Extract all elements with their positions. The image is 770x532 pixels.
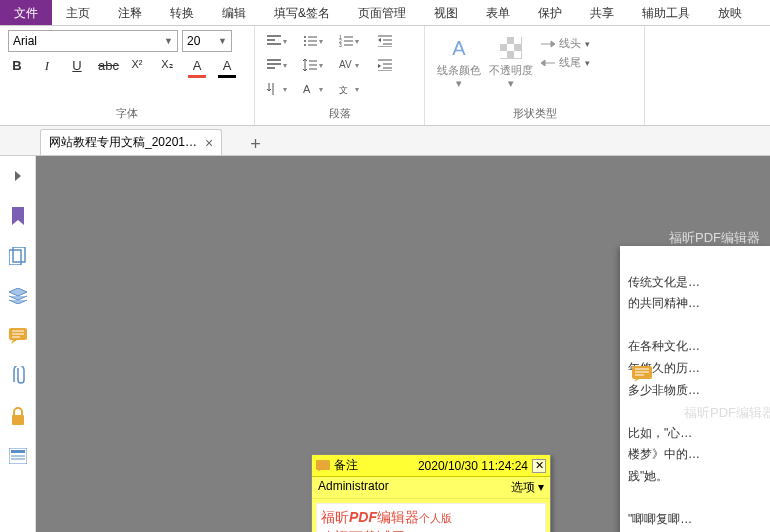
note-author: Administrator: [318, 479, 389, 496]
strikethrough-button[interactable]: abc: [98, 58, 116, 76]
page-text: "唧唧复唧…: [628, 509, 770, 531]
page-text: 多少非物质…: [628, 380, 770, 402]
note-icon: [316, 460, 330, 472]
document-tab[interactable]: 网站教程专用文稿_20201… ×: [40, 129, 222, 155]
note-popup[interactable]: 备注 2020/10/30 11:24:24 ✕ Administrator 选…: [311, 454, 551, 532]
svg-rect-13: [500, 51, 507, 58]
document-canvas[interactable]: 福昕PDF编辑器 传统文化是… 的共同精神… 在各种文化… 年悠久的历… 多少非…: [36, 156, 770, 532]
tab-close-button[interactable]: ×: [205, 135, 213, 151]
svg-rect-18: [12, 415, 24, 425]
align-vertical-button[interactable]: ▾: [263, 54, 291, 76]
chevron-down-icon: ▼: [218, 36, 227, 46]
expand-panel-button[interactable]: [8, 166, 28, 186]
increase-indent-button[interactable]: [371, 54, 399, 76]
char-spacing-button[interactable]: AV▾: [335, 54, 363, 76]
font-name-value: Arial: [13, 34, 37, 48]
note-header[interactable]: 备注 2020/10/30 11:24:24 ✕: [312, 455, 550, 477]
svg-text:文: 文: [339, 85, 348, 95]
svg-point-0: [304, 36, 306, 38]
menu-edit[interactable]: 编辑: [208, 0, 260, 25]
menu-comment[interactable]: 注释: [104, 0, 156, 25]
svg-point-2: [304, 44, 306, 46]
note-subheader: Administrator 选项 ▾: [312, 477, 550, 499]
menu-bar: 文件 主页 注释 转换 编辑 填写&签名 页面管理 视图 表单 保护 共享 辅助…: [0, 0, 770, 26]
font-name-select[interactable]: Arial ▼: [8, 30, 178, 52]
line-spacing-button[interactable]: ▾: [299, 54, 327, 76]
note-close-button[interactable]: ✕: [532, 459, 546, 473]
ribbon-group-label-paragraph: 段落: [263, 106, 416, 123]
document-tab-bar: 网站教程专用文稿_20201… × +: [0, 126, 770, 156]
pdf-page: 福昕PDF编辑器 传统文化是… 的共同精神… 在各种文化… 年悠久的历… 多少非…: [620, 246, 770, 532]
font-size-value: 20: [187, 34, 200, 48]
watermark-text: 福昕PDF编辑器: [669, 226, 760, 249]
char-scale-button[interactable]: A▾: [299, 78, 327, 100]
tab-add-button[interactable]: +: [242, 134, 269, 155]
highlight-color-button[interactable]: A: [218, 58, 236, 76]
bold-button[interactable]: B: [8, 58, 26, 76]
writing-mode-button[interactable]: 文▾: [335, 78, 363, 100]
checkerboard-icon: [497, 34, 525, 62]
svg-text:AV: AV: [339, 59, 352, 70]
menu-convert[interactable]: 转换: [156, 0, 208, 25]
layers-panel-icon[interactable]: [8, 286, 28, 306]
number-list-button[interactable]: 123▾: [335, 30, 363, 52]
menu-pagemgmt[interactable]: 页面管理: [344, 0, 420, 25]
subscript-button[interactable]: X₂: [158, 58, 176, 76]
svg-text:A: A: [303, 83, 311, 95]
superscript-button[interactable]: X²: [128, 58, 146, 76]
comment-marker-icon[interactable]: [632, 366, 652, 382]
line-color-label: 线条颜色 ▾: [437, 64, 481, 90]
menu-protect[interactable]: 保护: [524, 0, 576, 25]
menu-share[interactable]: 共享: [576, 0, 628, 25]
page-text: 楼梦》中的…: [628, 444, 770, 466]
bullet-list-button[interactable]: ▾: [299, 30, 327, 52]
svg-text:3: 3: [339, 42, 342, 47]
menu-tools[interactable]: 辅助工具: [628, 0, 704, 25]
svg-rect-10: [500, 37, 507, 44]
menu-form[interactable]: 表单: [472, 0, 524, 25]
bookmark-panel-icon[interactable]: [8, 206, 28, 226]
page-text: 在各种文化…: [628, 336, 770, 358]
chevron-down-icon: ▼: [164, 36, 173, 46]
note-options-button[interactable]: 选项 ▾: [511, 479, 544, 496]
page-text: 传统文化是…: [628, 272, 770, 294]
menu-fillsign[interactable]: 填写&签名: [260, 0, 344, 25]
menu-view[interactable]: 视图: [420, 0, 472, 25]
page-text: 践"她。: [628, 466, 770, 488]
note-body[interactable]: 福昕PDF编辑器个人版 欢迎下载试用: [316, 503, 546, 532]
italic-button[interactable]: I: [38, 58, 56, 76]
opacity-label: 不透明度 ▾: [489, 64, 533, 90]
security-panel-icon[interactable]: [8, 406, 28, 426]
page-text: 的共同精神…: [628, 293, 770, 315]
nav-sidebar: [0, 156, 36, 532]
line-head-button[interactable]: 线头 ▾: [541, 36, 590, 51]
line-color-button[interactable]: A 线条颜色 ▾: [437, 30, 481, 90]
svg-rect-12: [507, 44, 514, 51]
ribbon-group-shapes: A 线条颜色 ▾ 不透明度 ▾ 线头 ▾ 线尾 ▾ 形状类型: [425, 26, 645, 125]
ribbon-group-label-font: 字体: [8, 106, 246, 123]
menu-home[interactable]: 主页: [52, 0, 104, 25]
opacity-button[interactable]: 不透明度 ▾: [489, 30, 533, 90]
decrease-indent-button[interactable]: [371, 30, 399, 52]
page-text: 比如，"心…: [628, 423, 770, 445]
underline-button[interactable]: U: [68, 58, 86, 76]
comments-panel-icon[interactable]: [8, 326, 28, 346]
font-color-button[interactable]: A: [188, 58, 206, 76]
document-tab-title: 网站教程专用文稿_20201…: [49, 134, 197, 151]
ribbon-group-font: Arial ▼ 20 ▼ B I U abc X² X₂ A A 字体: [0, 26, 255, 125]
attachments-panel-icon[interactable]: [8, 366, 28, 386]
line-tail-button[interactable]: 线尾 ▾: [541, 55, 590, 70]
svg-point-1: [304, 40, 306, 42]
ribbon-group-paragraph: ▾ ▾ 123▾ ▾ ▾ AV▾ ▾ A▾ 文▾ 段落: [255, 26, 425, 125]
pages-panel-icon[interactable]: [8, 246, 28, 266]
menu-file[interactable]: 文件: [0, 0, 52, 25]
text-direction-button[interactable]: ▾: [263, 78, 291, 100]
workspace: 福昕PDF编辑器 传统文化是… 的共同精神… 在各种文化… 年悠久的历… 多少非…: [0, 156, 770, 532]
menu-slideshow[interactable]: 放映: [704, 0, 756, 25]
svg-rect-11: [514, 37, 521, 44]
fields-panel-icon[interactable]: [8, 446, 28, 466]
note-timestamp: 2020/10/30 11:24:24: [418, 459, 528, 473]
font-size-select[interactable]: 20 ▼: [182, 30, 232, 52]
align-left-button[interactable]: ▾: [263, 30, 291, 52]
svg-rect-14: [514, 51, 521, 58]
